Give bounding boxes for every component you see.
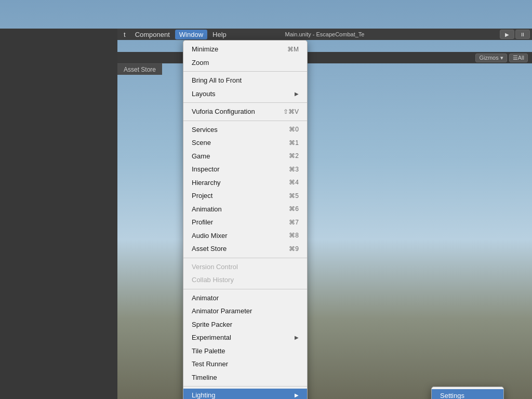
menu-shortcut-minimize: ⌘M <box>287 45 299 54</box>
menu-label-tile-palette: Tile Palette <box>192 346 225 356</box>
menu-item-version-control: Version Control <box>183 260 307 274</box>
menu-item-tile-palette[interactable]: Tile Palette <box>183 344 307 358</box>
experimental-arrow-icon: ▶ <box>295 334 299 341</box>
play-button[interactable]: ▶ <box>500 30 514 39</box>
menu-label-bring-all: Bring All to Front <box>192 75 242 86</box>
menu-label-profiler: Profiler <box>192 217 213 228</box>
menu-label-project: Project <box>192 191 212 201</box>
menu-item-profiler[interactable]: Profiler ⌘7 <box>183 216 307 229</box>
menubar: t Component Window Help Main.unity - Esc… <box>117 29 532 40</box>
separator-6 <box>183 386 307 387</box>
menu-label-animation: Animation <box>192 204 222 215</box>
menu-label-game: Game <box>192 151 210 162</box>
menu-label-services: Services <box>192 125 218 135</box>
separator-3 <box>183 121 307 121</box>
menu-item-animator-param[interactable]: Animator Parameter <box>183 304 307 318</box>
menu-label-lighting: Lighting <box>192 390 216 399</box>
submenu-item-settings[interactable]: Settings <box>432 389 503 399</box>
asset-store-tab[interactable]: Asset Store <box>117 63 162 75</box>
menu-item-minimize[interactable]: Minimize ⌘M <box>183 43 307 56</box>
menu-shortcut-hierarchy: ⌘4 <box>289 178 299 187</box>
menu-item-experimental[interactable]: Experimental ▶ <box>183 331 307 344</box>
menu-label-test-runner: Test Runner <box>192 359 228 369</box>
menu-item-collab-history: Collab History <box>183 273 307 287</box>
menubar-item-window[interactable]: Window <box>175 30 207 39</box>
menu-item-game[interactable]: Game ⌘2 <box>183 150 307 163</box>
submenu-label-settings: Settings <box>440 391 464 399</box>
menu-label-inspector: Inspector <box>192 164 219 175</box>
lighting-arrow-icon: ▶ <box>295 391 299 399</box>
menu-label-timeline: Timeline <box>192 373 217 383</box>
menu-label-version-control: Version Control <box>192 262 238 272</box>
asset-store-tab-label: Asset Store <box>124 66 156 73</box>
toolbar-secondary: Gizmos ▾ ☰All <box>117 52 532 63</box>
separator-5 <box>183 289 307 289</box>
menu-item-layouts[interactable]: Layouts ▶ <box>183 87 307 101</box>
menu-item-asset-store[interactable]: Asset Store ⌘9 <box>183 242 307 256</box>
menu-shortcut-animation: ⌘6 <box>289 204 299 214</box>
menu-label-audio-mixer: Audio Mixer <box>192 231 228 241</box>
menu-item-animator[interactable]: Animator <box>183 291 307 305</box>
lighting-submenu: Settings Light Explorer <box>431 387 504 399</box>
menu-label-sprite-packer: Sprite Packer <box>192 320 232 330</box>
menu-shortcut-asset-store: ⌘9 <box>289 244 299 254</box>
menu-label-experimental: Experimental <box>192 332 231 343</box>
all-button[interactable]: ☰All <box>509 54 528 62</box>
gizmos-button[interactable]: Gizmos ▾ <box>475 54 507 62</box>
menu-item-vuforia[interactable]: Vuforia Configuration ⇧⌘V <box>183 105 307 118</box>
menubar-item-help[interactable]: Help <box>208 30 231 39</box>
menu-shortcut-scene: ⌘1 <box>289 138 299 148</box>
menu-item-project[interactable]: Project ⌘5 <box>183 189 307 203</box>
menu-shortcut-audio-mixer: ⌘8 <box>289 231 299 240</box>
layouts-arrow-icon: ▶ <box>295 90 299 98</box>
menu-item-hierarchy[interactable]: Hierarchy ⌘4 <box>183 176 307 190</box>
menu-item-sprite-packer[interactable]: Sprite Packer <box>183 318 307 331</box>
window-title: Main.unity - EscapeCombat_Te <box>285 31 365 37</box>
play-controls: ▶ ⏸ <box>500 30 530 39</box>
separator-4 <box>183 258 307 258</box>
menu-shortcut-inspector: ⌘3 <box>289 165 299 174</box>
menu-shortcut-vuforia: ⇧⌘V <box>283 107 299 116</box>
menu-label-zoom: Zoom <box>192 58 209 68</box>
menu-label-animator-param: Animator Parameter <box>192 306 252 316</box>
menu-item-test-runner[interactable]: Test Runner <box>183 357 307 371</box>
menu-label-animator: Animator <box>192 293 219 303</box>
lighting-row-container: Lighting ▶ Settings Light Explorer <box>183 389 307 399</box>
window-dropdown-menu: Minimize ⌘M Zoom Bring All to Front Layo… <box>183 40 308 399</box>
menu-item-timeline[interactable]: Timeline <box>183 371 307 384</box>
menu-item-scene[interactable]: Scene ⌘1 <box>183 136 307 150</box>
menu-item-services[interactable]: Services ⌘0 <box>183 123 307 137</box>
menu-label-scene: Scene <box>192 138 211 148</box>
menu-shortcut-profiler: ⌘7 <box>289 218 299 227</box>
menu-item-bring-all[interactable]: Bring All to Front <box>183 74 307 87</box>
separator-2 <box>183 102 307 103</box>
menu-label-asset-store: Asset Store <box>192 244 227 254</box>
menu-label-layouts: Layouts <box>192 89 216 99</box>
menu-label-vuforia: Vuforia Configuration <box>192 107 255 117</box>
left-panel <box>0 29 117 399</box>
menu-label-minimize: Minimize <box>192 44 218 55</box>
menu-item-inspector[interactable]: Inspector ⌘3 <box>183 163 307 176</box>
pause-button[interactable]: ⏸ <box>515 30 530 39</box>
menu-shortcut-game: ⌘2 <box>289 151 299 161</box>
menu-shortcut-services: ⌘0 <box>289 125 299 134</box>
separator-1 <box>183 71 307 72</box>
menu-item-audio-mixer[interactable]: Audio Mixer ⌘8 <box>183 229 307 243</box>
menu-item-zoom[interactable]: Zoom <box>183 56 307 70</box>
menu-label-collab-history: Collab History <box>192 275 234 285</box>
menubar-item-t[interactable]: t <box>119 30 130 39</box>
menu-item-animation[interactable]: Animation ⌘6 <box>183 203 307 216</box>
menubar-item-component[interactable]: Component <box>131 30 174 39</box>
menu-label-hierarchy: Hierarchy <box>192 178 221 188</box>
menu-item-lighting[interactable]: Lighting ▶ <box>183 389 307 399</box>
menu-shortcut-project: ⌘5 <box>289 191 299 201</box>
